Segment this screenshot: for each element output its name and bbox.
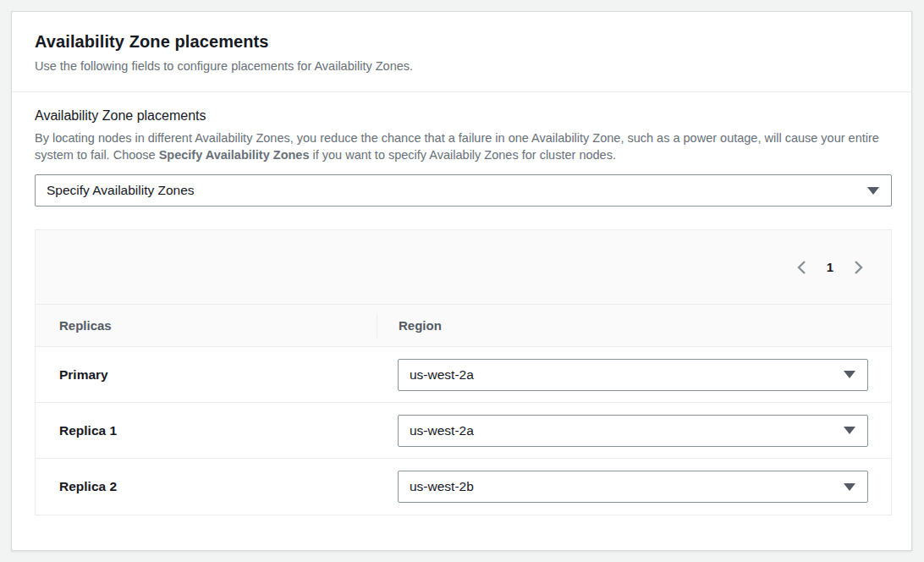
caret-down-icon (844, 427, 855, 434)
chevron-right-icon (854, 260, 864, 275)
column-header-region: Region (377, 318, 891, 333)
region-select-value: us-west-2a (410, 423, 474, 438)
region-select-primary[interactable]: us-west-2a (398, 359, 868, 391)
az-mode-select-value: Specify Availability Zones (47, 183, 195, 198)
caret-down-icon (867, 187, 879, 195)
column-header-replicas: Replicas (36, 318, 377, 333)
region-cell: us-west-2a (377, 415, 891, 447)
region-select-value: us-west-2b (410, 479, 474, 494)
previous-page-button[interactable] (791, 257, 811, 278)
card-header: Availability Zone placements Use the fol… (12, 12, 911, 91)
next-page-button[interactable] (849, 257, 869, 278)
pagination: 1 (791, 257, 869, 278)
region-select-replica-1[interactable]: us-west-2a (398, 415, 868, 447)
table-toolbar: 1 (36, 230, 891, 305)
region-cell: us-west-2b (377, 471, 891, 503)
az-mode-select[interactable]: Specify Availability Zones (35, 174, 892, 207)
description-text-after: if you want to specify Availabily Zones … (310, 148, 616, 162)
table-header-row: Replicas Region (36, 305, 891, 347)
replicas-table-panel: 1 Replicas Region Primary us-west-2a (35, 229, 892, 515)
caret-down-icon (844, 483, 855, 491)
replica-label: Replica 2 (36, 479, 377, 494)
az-placements-field-label: Availability Zone placements (35, 108, 888, 124)
region-select-replica-2[interactable]: us-west-2b (398, 471, 868, 503)
chevron-left-icon (796, 260, 806, 275)
page-subtitle: Use the following fields to configure pl… (35, 59, 888, 73)
current-page-number[interactable]: 1 (823, 260, 837, 274)
page-title: Availability Zone placements (35, 32, 888, 52)
caret-down-icon (844, 371, 855, 378)
replica-label: Primary (36, 367, 377, 383)
table-row-primary: Primary us-west-2a (36, 347, 891, 403)
table-row-replica-2: Replica 2 us-west-2b (36, 459, 891, 515)
availability-zone-placements-card: Availability Zone placements Use the fol… (11, 11, 912, 551)
region-select-value: us-west-2a (410, 367, 474, 383)
description-bold-text: Specify Availability Zones (159, 148, 310, 162)
replica-label: Replica 1 (36, 423, 377, 438)
region-cell: us-west-2a (377, 359, 891, 391)
table-row-replica-1: Replica 1 us-west-2a (36, 403, 891, 459)
az-placements-description: By locating nodes in different Availabil… (35, 129, 888, 163)
card-body: Availability Zone placements By locating… (12, 92, 911, 515)
